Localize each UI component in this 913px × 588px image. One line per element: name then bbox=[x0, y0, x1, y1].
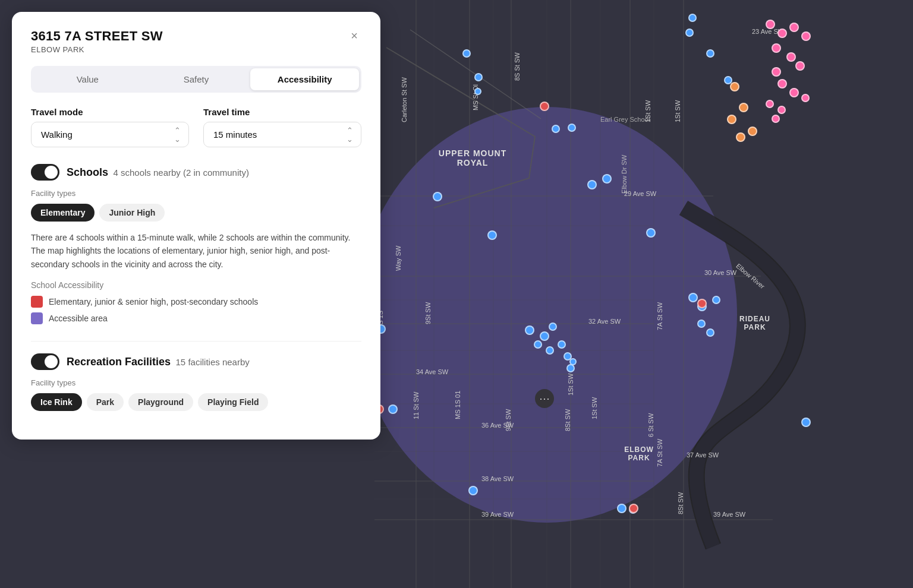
travel-section: Travel mode Walking Cycling Driving Tran… bbox=[31, 107, 361, 147]
tag-park[interactable]: Park bbox=[87, 393, 124, 411]
street-label-7a-lower: 7A St SW bbox=[656, 439, 663, 467]
map-marker-pink bbox=[777, 79, 787, 88]
recreation-toggle-track[interactable] bbox=[31, 353, 59, 370]
street-label-1st-lower: 1St SW bbox=[567, 374, 574, 396]
street-label-37-ave: 37 Ave SW bbox=[687, 451, 719, 459]
street-label-8stSW-lower: 8St SW bbox=[677, 492, 684, 514]
map-marker-blue bbox=[697, 320, 706, 328]
map-marker-blue bbox=[712, 296, 720, 304]
map-marker-pink bbox=[772, 43, 781, 53]
map-marker-blue bbox=[569, 358, 577, 365]
map-marker-blue bbox=[617, 504, 626, 513]
street-label-1sts2: 1St SW bbox=[674, 100, 681, 122]
map-marker-orange bbox=[730, 82, 739, 91]
legend-text-accessible: Accessible area bbox=[49, 314, 108, 323]
area-label-rideau-park: RIDEAUPARK bbox=[719, 315, 791, 331]
street-label-ms1s01: MS 1S 01 bbox=[454, 391, 461, 419]
street-label-7a: 7A St SW bbox=[656, 302, 663, 330]
area-label-elbow-park: ELBOWPARK bbox=[603, 445, 675, 462]
map-marker-blue bbox=[566, 364, 575, 372]
schools-tags: Elementary Junior High bbox=[31, 204, 361, 222]
tab-accessibility[interactable]: Accessibility bbox=[250, 68, 359, 90]
travel-mode-select[interactable]: Walking Cycling Driving Transit bbox=[31, 122, 189, 147]
map-marker-pink bbox=[801, 31, 811, 41]
map-marker-blue bbox=[558, 340, 566, 349]
tab-safety[interactable]: Safety bbox=[142, 68, 251, 90]
schools-header-row: Schools 4 schools nearby (2 in community… bbox=[31, 164, 361, 181]
street-label-11st: 11 St SW bbox=[413, 392, 420, 419]
map-marker-pink bbox=[777, 106, 786, 114]
side-panel: 3615 7A STREET SW ELBOW PARK × Value Saf… bbox=[12, 12, 380, 440]
street-label-9stol: 9St SW bbox=[424, 302, 432, 324]
tag-playground[interactable]: Playground bbox=[128, 393, 193, 411]
map-marker-blue bbox=[646, 228, 656, 238]
tag-elementary[interactable]: Elementary bbox=[31, 204, 95, 222]
recreation-header-row: Recreation Facilities 15 facilities near… bbox=[31, 353, 361, 370]
street-label-earl-grey: Earl Grey School bbox=[600, 116, 650, 123]
tag-ice-rink[interactable]: Ice Rink bbox=[31, 393, 82, 411]
schools-section: Schools 4 schools nearby (2 in community… bbox=[31, 164, 361, 342]
travel-time-select[interactable]: 5 minutes 10 minutes 15 minutes 20 minut… bbox=[203, 122, 361, 147]
travel-mode-label: Travel mode bbox=[31, 107, 189, 117]
schools-title: Schools 4 schools nearby (2 in community… bbox=[67, 166, 249, 179]
street-label-6stSW: 6 St SW bbox=[647, 413, 654, 437]
map-marker-blue bbox=[706, 328, 714, 337]
recreation-toggle-thumb bbox=[45, 355, 58, 368]
map-marker-pink bbox=[789, 23, 799, 32]
legend-row-schools: Elementary, junior & senior high, post-s… bbox=[31, 296, 361, 308]
address-block: 3615 7A STREET SW ELBOW PARK bbox=[31, 29, 163, 54]
map-marker-blue bbox=[474, 88, 481, 95]
map-marker-blue bbox=[534, 340, 542, 349]
recreation-types-label: Facility types bbox=[31, 378, 361, 387]
map-marker-red bbox=[629, 504, 638, 513]
schools-toggle-thumb bbox=[45, 166, 58, 179]
legend-row-accessible: Accessible area bbox=[31, 312, 361, 324]
map-marker-pink bbox=[789, 88, 799, 97]
map-marker-orange bbox=[727, 115, 736, 124]
street-label-32-ave: 32 Ave SW bbox=[588, 318, 621, 325]
tab-value[interactable]: Value bbox=[33, 68, 142, 90]
street-label-34-ave: 34 Ave SW bbox=[416, 368, 448, 375]
recreation-tags: Ice Rink Park Playground Playing Field bbox=[31, 393, 361, 411]
map-marker-pink bbox=[801, 94, 810, 102]
map-marker-blue bbox=[801, 418, 811, 427]
schools-description: There are 4 schools within a 15-minute w… bbox=[31, 231, 361, 271]
map-marker-blue bbox=[388, 404, 398, 414]
map-marker-blue bbox=[468, 486, 478, 495]
street-label-carleton: Carleton St SW bbox=[401, 77, 408, 122]
school-accessibility-label: School Accessibility bbox=[31, 280, 361, 290]
map-marker-pink bbox=[795, 61, 805, 71]
travel-time-label: Travel time bbox=[203, 107, 361, 117]
map-marker-pink bbox=[777, 29, 787, 38]
schools-toggle-track[interactable] bbox=[31, 164, 59, 181]
close-button[interactable]: × bbox=[347, 29, 361, 43]
area-label-upper-mount-royal: UPPER MOUNTROYAL bbox=[428, 148, 517, 167]
map-marker-red bbox=[697, 299, 707, 308]
map-marker-blue bbox=[706, 49, 714, 58]
recreation-toggle[interactable] bbox=[31, 353, 59, 370]
street-label-30-ave: 30 Ave SW bbox=[704, 269, 736, 276]
tag-junior-high[interactable]: Junior High bbox=[99, 204, 165, 222]
street-label-9stSW: 9St SW bbox=[505, 409, 512, 431]
legend-color-red bbox=[31, 296, 43, 308]
street-label-8s: 8S St SW bbox=[514, 52, 521, 81]
street-label-38-ave-left: 38 Ave SW bbox=[481, 475, 514, 482]
map-marker-blue bbox=[433, 192, 442, 201]
schools-types-label: Facility types bbox=[31, 189, 361, 198]
map-marker-orange bbox=[736, 132, 745, 142]
tab-bar: Value Safety Accessibility bbox=[31, 66, 361, 93]
map-marker-blue bbox=[462, 49, 471, 58]
map-marker-blue bbox=[474, 73, 483, 81]
map-marker-pink bbox=[766, 100, 774, 108]
map-menu-button[interactable]: ⋯ bbox=[535, 389, 554, 408]
recreation-title-block: Recreation Facilities 15 facilities near… bbox=[67, 356, 250, 368]
map-marker-blue bbox=[549, 323, 557, 331]
schools-toggle[interactable] bbox=[31, 164, 59, 181]
map-marker-pink bbox=[766, 20, 775, 29]
map-marker-blue bbox=[552, 125, 560, 133]
map-marker-blue bbox=[487, 230, 497, 240]
map-marker-pink bbox=[786, 52, 796, 62]
map-marker-blue bbox=[568, 124, 576, 132]
street-label-39-ave-right: 39 Ave SW bbox=[713, 511, 745, 518]
tag-playing-field[interactable]: Playing Field bbox=[198, 393, 268, 411]
